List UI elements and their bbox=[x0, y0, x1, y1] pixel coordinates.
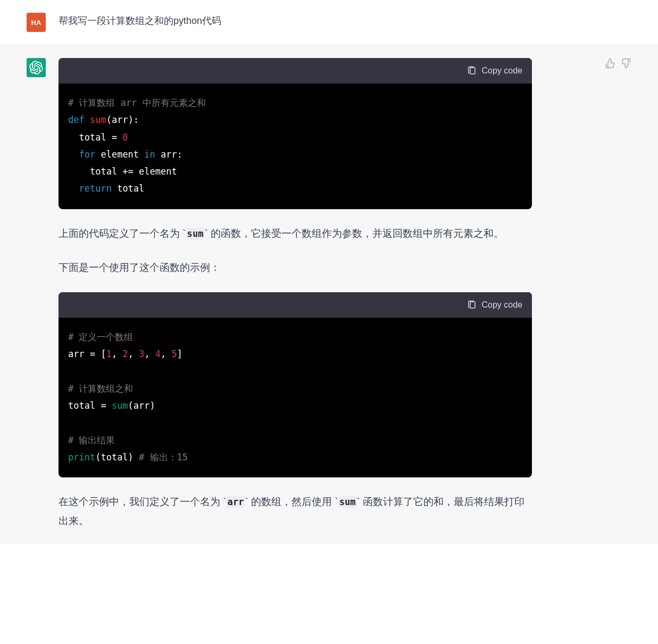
inline-code: sum bbox=[186, 228, 205, 240]
copy-code-button[interactable]: Copy code bbox=[59, 292, 532, 318]
code-block: Copy code # 定义一个数组 arr = [1, 2, 3, 4, 5]… bbox=[59, 292, 532, 477]
user-avatar-initials: HA bbox=[31, 19, 41, 27]
user-message-text: 帮我写一段计算数组之和的python代码 bbox=[59, 13, 532, 32]
inline-code: sum bbox=[338, 496, 357, 508]
code-content: # 计算数组 arr 中所有元素之和 def sum(arr): total =… bbox=[59, 84, 532, 209]
clipboard-icon bbox=[467, 300, 477, 310]
openai-logo-icon bbox=[29, 61, 43, 75]
clipboard-icon bbox=[467, 66, 477, 76]
assistant-message-content: Copy code # 计算数组 arr 中所有元素之和 def sum(arr… bbox=[59, 58, 532, 531]
copy-code-label: Copy code bbox=[482, 298, 523, 312]
paragraph: 在这个示例中，我们定义了一个名为 `arr` 的数组，然后使用 `sum` 函数… bbox=[59, 492, 532, 531]
code-content: # 定义一个数组 arr = [1, 2, 3, 4, 5] # 计算数组之和 … bbox=[59, 318, 532, 477]
inline-code: arr bbox=[227, 496, 245, 508]
paragraph: 上面的代码定义了一个名为 `sum` 的函数，它接受一个数组作为参数，并返回数组… bbox=[59, 224, 532, 243]
svg-rect-1 bbox=[470, 302, 475, 308]
assistant-avatar bbox=[27, 58, 46, 77]
thumbs-up-icon[interactable] bbox=[605, 58, 615, 69]
thumbs-down-icon[interactable] bbox=[621, 58, 631, 69]
copy-code-button[interactable]: Copy code bbox=[59, 58, 532, 84]
user-avatar: HA bbox=[27, 13, 46, 32]
paragraph: 下面是一个使用了这个函数的示例： bbox=[59, 258, 532, 277]
copy-code-label: Copy code bbox=[482, 63, 523, 78]
assistant-message-row: Copy code # 计算数组 arr 中所有元素之和 def sum(arr… bbox=[0, 45, 658, 544]
code-block: Copy code # 计算数组 arr 中所有元素之和 def sum(arr… bbox=[59, 58, 532, 209]
user-message-row: HA 帮我写一段计算数组之和的python代码 bbox=[0, 0, 658, 45]
svg-rect-0 bbox=[470, 68, 475, 74]
feedback-buttons bbox=[605, 58, 631, 69]
